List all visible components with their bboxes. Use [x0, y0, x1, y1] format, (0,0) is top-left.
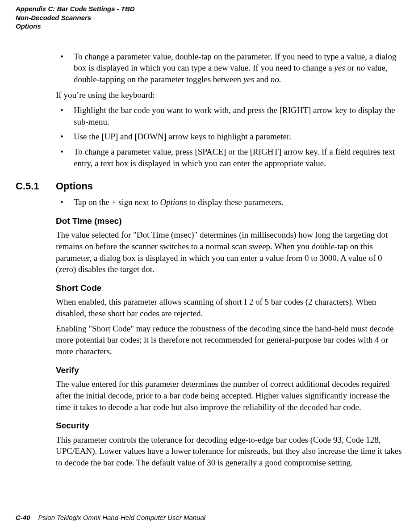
security-heading: Security: [56, 420, 402, 431]
emphasis-text: yes: [334, 63, 345, 72]
top-bullet-list: To change a parameter value, double-tap …: [56, 51, 402, 85]
section-intro-list: Tap on the + sign next to Options to dis…: [56, 197, 402, 208]
header-line-1: Appendix C: Bar Code Settings - TBD: [16, 4, 402, 13]
security-paragraph: This parameter controls the tolerance fo…: [56, 434, 402, 469]
short-code-paragraph-2: Enabling "Short Code" may reduce the rob…: [56, 323, 402, 357]
keyboard-bullet-list: Highlight the bar code you want to work …: [56, 105, 402, 169]
section-title: Options: [56, 180, 93, 193]
body-text: To change a parameter value, press [SPAC…: [74, 147, 395, 168]
emphasis-text: Options: [160, 197, 187, 207]
section-number: C.5.1: [16, 180, 56, 193]
body-text: or: [345, 63, 356, 72]
body-text: to display these parameters.: [187, 197, 284, 207]
body-text: Use the [UP] and [DOWN] arrow keys to hi…: [74, 132, 291, 141]
emphasis-text: no: [356, 63, 365, 72]
page-number: C-40: [16, 514, 30, 521]
emphasis-text: yes: [243, 75, 254, 84]
keyboard-intro: If you’re using the keyboard:: [56, 89, 402, 101]
emphasis-text: no.: [271, 75, 281, 84]
dot-time-paragraph: The value selected for "Dot Time (msec)"…: [56, 229, 402, 275]
body-content: To change a parameter value, double-tap …: [56, 51, 402, 469]
manual-title: Psion Teklogix Omnii Hand-Held Computer …: [38, 514, 206, 521]
page-header: Appendix C: Bar Code Settings - TBD Non-…: [16, 4, 402, 31]
list-item: To change a parameter value, press [SPAC…: [56, 146, 402, 169]
list-item: Tap on the + sign next to Options to dis…: [56, 197, 402, 208]
short-code-heading: Short Code: [56, 282, 402, 294]
body-text: and: [254, 75, 271, 84]
dot-time-heading: Dot Time (msec): [56, 215, 402, 227]
verify-paragraph: The value entered for this parameter det…: [56, 378, 402, 413]
body-text: Tap on the + sign next to: [74, 197, 160, 207]
header-line-2: Non-Decoded Scanners: [16, 13, 402, 22]
short-code-paragraph-1: When enabled, this parameter allows scan…: [56, 296, 402, 319]
page-footer: C-40Psion Teklogix Omnii Hand-Held Compu…: [16, 513, 205, 522]
list-item: Highlight the bar code you want to work …: [56, 105, 402, 127]
body-text: Highlight the bar code you want to work …: [74, 105, 395, 126]
header-line-3: Options: [16, 22, 402, 31]
verify-heading: Verify: [56, 364, 402, 376]
list-item: Use the [UP] and [DOWN] arrow keys to hi…: [56, 131, 402, 142]
list-item: To change a parameter value, double-tap …: [56, 51, 402, 85]
